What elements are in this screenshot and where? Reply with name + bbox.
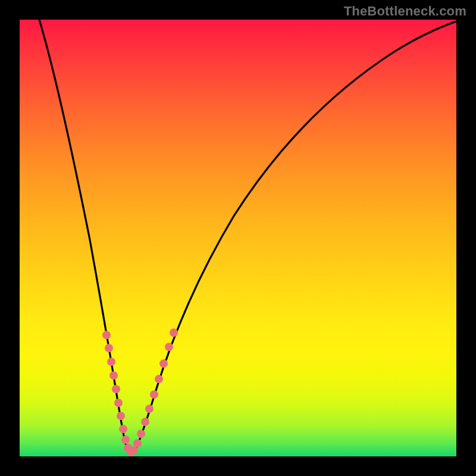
svg-point-20 bbox=[170, 328, 178, 337]
svg-point-14 bbox=[141, 418, 149, 426]
svg-point-7 bbox=[119, 425, 127, 433]
svg-point-1 bbox=[105, 344, 113, 352]
svg-point-11 bbox=[130, 446, 138, 455]
svg-point-0 bbox=[102, 331, 111, 339]
chart-svg bbox=[20, 20, 456, 456]
svg-point-17 bbox=[155, 375, 163, 383]
watermark-text: TheBottleneck.com bbox=[344, 4, 466, 19]
svg-point-6 bbox=[117, 412, 125, 420]
svg-point-13 bbox=[137, 430, 145, 438]
chart-frame: TheBottleneck.com bbox=[0, 0, 476, 476]
svg-point-19 bbox=[165, 343, 173, 351]
svg-point-5 bbox=[114, 399, 123, 407]
svg-point-2 bbox=[107, 358, 115, 366]
svg-point-15 bbox=[145, 405, 154, 413]
svg-point-3 bbox=[109, 371, 118, 380]
svg-point-8 bbox=[121, 436, 130, 444]
svg-point-12 bbox=[133, 439, 142, 447]
svg-point-18 bbox=[159, 359, 168, 368]
bottleneck-curve bbox=[39, 20, 456, 453]
svg-point-4 bbox=[112, 385, 120, 393]
svg-point-16 bbox=[150, 390, 158, 399]
marker-group bbox=[102, 328, 178, 456]
